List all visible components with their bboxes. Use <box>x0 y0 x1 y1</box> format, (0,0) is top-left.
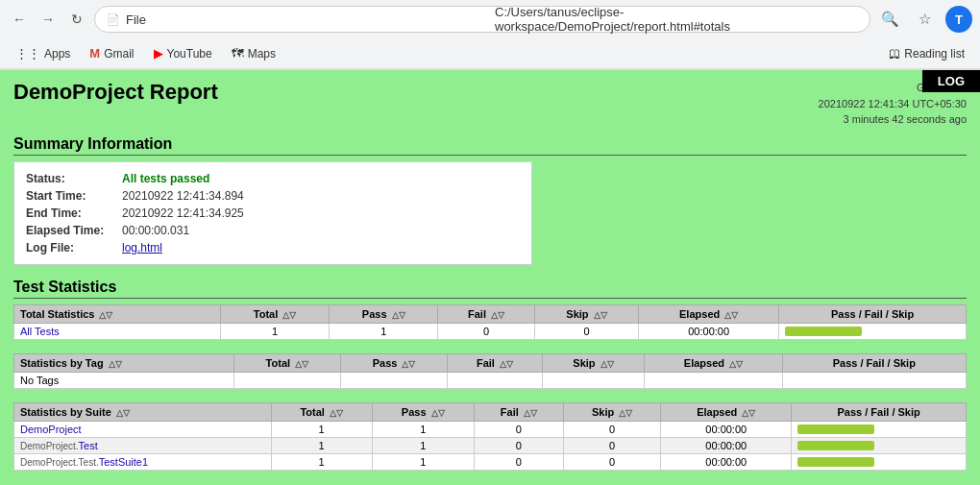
tag-stats-header-name: Statistics by Tag △▽ <box>14 353 234 372</box>
tag-skip <box>542 372 645 388</box>
suite-stats-table: Statistics by Suite △▽ Total △▽ Pass △▽ … <box>13 402 967 471</box>
suite-bar-cell-0 <box>792 421 967 437</box>
total-stats-bar-cell <box>779 323 967 339</box>
bookmark-youtube[interactable]: ▶ YouTube <box>146 43 220 63</box>
log-file-link[interactable]: log.html <box>122 241 162 255</box>
suite-bar-1 <box>797 441 874 450</box>
tag-elapsed <box>645 372 782 388</box>
suite-link-1[interactable]: Test <box>79 440 98 451</box>
suite-stats-header-pass: Pass △▽ <box>372 402 474 421</box>
forward-button[interactable]: → <box>37 8 60 31</box>
pass-bar <box>785 327 862 336</box>
summary-row-log: Log File: log.html <box>26 239 520 256</box>
suite-prefix-2: DemoProject.Test. <box>20 457 99 468</box>
total-stats-table: Total Statistics △▽ Total △▽ Pass △▽ Fai… <box>13 304 967 340</box>
total-stats-elapsed: 00:00:00 <box>639 323 779 339</box>
suite-stats-row-1: DemoProject.Test 1 1 0 0 00:00:00 <box>14 437 967 453</box>
suite-stats-header-elapsed: Elapsed △▽ <box>661 402 792 421</box>
browser-chrome: ← → ↻ 📄 File C:/Users/tanus/eclipse-work… <box>0 0 980 70</box>
summary-row-status: Status: All tests passed <box>26 170 520 187</box>
suite-total-2: 1 <box>271 453 372 470</box>
address-text: C:/Users/tanus/eclipse-workspace/DemoPro… <box>495 5 858 34</box>
total-stats-header-fail: Fail △▽ <box>438 304 534 323</box>
suite-pass-0: 1 <box>372 421 474 437</box>
total-stats-total: 1 <box>221 323 330 339</box>
summary-label-start: Start Time: <box>26 189 122 203</box>
summary-label-log: Log File: <box>26 241 122 255</box>
suite-elapsed-1: 00:00:00 <box>661 437 792 453</box>
suite-pass-2: 1 <box>372 453 474 470</box>
total-stats-header-elapsed: Elapsed △▽ <box>639 304 779 323</box>
page-content: LOG DemoProject Report Generated 2021092… <box>0 70 980 485</box>
tag-pass <box>340 372 447 388</box>
address-bar[interactable]: 📄 File C:/Users/tanus/eclipse-workspace/… <box>94 6 870 33</box>
suite-bar-cell-1 <box>792 437 967 453</box>
summary-row-elapsed: Elapsed Time: 00:00:00.031 <box>26 222 520 239</box>
search-button[interactable]: 🔍 <box>876 6 903 33</box>
total-stats-header-pass: Pass △▽ <box>330 304 438 323</box>
suite-link-2[interactable]: TestSuite1 <box>99 456 148 468</box>
bookmark-button[interactable]: ☆ <box>911 6 938 33</box>
maps-icon: 🗺 <box>232 46 244 61</box>
summary-value-elapsed: 00:00:00.031 <box>122 224 189 237</box>
summary-value-start: 20210922 12:41:34.894 <box>122 189 244 203</box>
bookmark-gmail-label: Gmail <box>104 47 134 61</box>
suite-stats-header-total: Total △▽ <box>271 402 372 421</box>
suite-skip-1: 0 <box>564 437 661 453</box>
total-stats-header-total: Total △▽ <box>221 304 330 323</box>
summary-value-status: All tests passed <box>122 172 209 185</box>
tag-stats-section: Statistics by Tag △▽ Total △▽ Pass △▽ Fa… <box>13 353 967 389</box>
report-title: DemoProject Report <box>13 80 218 105</box>
log-button[interactable]: LOG <box>922 70 980 92</box>
suite-skip-2: 0 <box>564 453 661 470</box>
summary-label-elapsed: Elapsed Time: <box>26 224 122 237</box>
total-stats-row-all: All Tests 1 1 0 0 00:00:00 <box>14 323 967 339</box>
suite-stats-header-bar: Pass / Fail / Skip <box>792 402 967 421</box>
suite-stats-section: Statistics by Suite △▽ Total △▽ Pass △▽ … <box>13 402 967 471</box>
profile-button[interactable]: T <box>945 6 972 33</box>
bookmark-youtube-label: YouTube <box>167 47 212 61</box>
total-stats-skip: 0 <box>534 323 639 339</box>
tag-stats-table: Statistics by Tag △▽ Total △▽ Pass △▽ Fa… <box>13 353 967 389</box>
tag-stats-header-total: Total △▽ <box>233 353 340 372</box>
suite-fail-2: 0 <box>474 453 563 470</box>
total-stats-pass: 1 <box>330 323 438 339</box>
summary-label-end: End Time: <box>26 206 122 220</box>
suite-stats-header-skip: Skip △▽ <box>564 402 661 421</box>
suite-prefix-1: DemoProject. <box>20 441 79 451</box>
generated-ago: 3 minutes 42 seconds ago <box>819 111 967 128</box>
reading-list-button[interactable]: 🕮 Reading list <box>881 44 972 63</box>
bookmark-maps-label: Maps <box>248 47 276 61</box>
reload-button[interactable]: ↻ <box>65 8 88 31</box>
total-stats-fail: 0 <box>438 323 534 339</box>
back-button[interactable]: ← <box>8 8 31 31</box>
stats-section-title: Test Statistics <box>13 279 967 299</box>
suite-pass-1: 1 <box>372 437 474 453</box>
suite-stats-header-fail: Fail △▽ <box>474 402 563 421</box>
suite-elapsed-0: 00:00:00 <box>661 421 792 437</box>
bookmark-gmail[interactable]: M Gmail <box>82 43 141 63</box>
bookmark-apps-label: Apps <box>44 47 70 61</box>
total-stats-header-bar: Pass / Fail / Skip <box>779 304 967 323</box>
all-tests-link[interactable]: All Tests <box>20 326 60 337</box>
summary-table: Status: All tests passed Start Time: 202… <box>13 161 532 265</box>
report-header: DemoProject Report Generated 20210922 12… <box>13 80 967 128</box>
summary-value-end: 20210922 12:41:34.925 <box>122 206 244 220</box>
reading-list-label: Reading list <box>904 47 965 61</box>
suite-link-0[interactable]: DemoProject <box>20 424 82 435</box>
suite-total-1: 1 <box>271 437 372 453</box>
address-prefix: File <box>126 12 489 27</box>
bookmark-maps[interactable]: 🗺 Maps <box>224 43 283 63</box>
suite-stats-header-name: Statistics by Suite △▽ <box>14 402 272 421</box>
tag-stats-header-pass: Pass △▽ <box>340 353 447 372</box>
bookmark-apps[interactable]: ⋮⋮ Apps <box>8 43 78 63</box>
suite-elapsed-2: 00:00:00 <box>661 453 792 470</box>
summary-label-status: Status: <box>26 172 122 185</box>
bookmarks-bar: ⋮⋮ Apps M Gmail ▶ YouTube 🗺 Maps 🕮 Readi… <box>0 38 980 69</box>
tag-stats-row-notags: No Tags <box>14 372 967 388</box>
tag-stats-header-elapsed: Elapsed △▽ <box>645 353 782 372</box>
tag-stats-header-fail: Fail △▽ <box>448 353 542 372</box>
suite-skip-0: 0 <box>564 421 661 437</box>
tag-no-tags: No Tags <box>14 372 234 388</box>
suite-bar-cell-2 <box>792 453 967 470</box>
